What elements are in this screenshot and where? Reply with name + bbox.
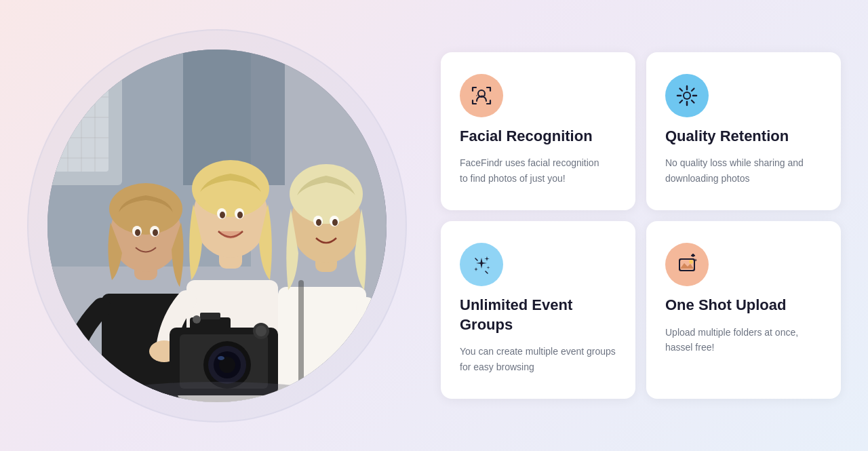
- one-shot-upload-title: One Shot Upload: [665, 296, 822, 315]
- facial-recognition-desc: FaceFindr uses facial recognitionto find…: [460, 155, 616, 186]
- svg-point-35: [290, 164, 363, 224]
- svg-point-46: [218, 356, 224, 360]
- one-shot-upload-desc: Upload multiple folders at once, hassel …: [665, 325, 822, 355]
- svg-rect-48: [200, 313, 220, 319]
- svg-point-56: [684, 93, 690, 98]
- photo-section: [27, 29, 407, 423]
- svg-line-61: [680, 88, 683, 91]
- unlimited-event-desc: You can create multiple event groups for…: [460, 344, 616, 374]
- svg-line-66: [486, 271, 488, 273]
- svg-point-52: [81, 382, 353, 402]
- svg-point-29: [237, 212, 243, 218]
- photo-illustration: [47, 50, 387, 402]
- svg-line-64: [680, 100, 683, 103]
- quality-retention-desc: No quality loss while sharing and downlo…: [665, 155, 822, 186]
- quality-retention-icon-circle: [665, 74, 709, 117]
- unlimited-event-icon-circle: [460, 243, 503, 286]
- svg-line-62: [692, 100, 694, 103]
- feature-card-one-shot-upload: One Shot Upload Upload multiple folders …: [646, 221, 841, 399]
- svg-point-20: [153, 229, 158, 236]
- one-shot-upload-icon-circle: [665, 243, 709, 286]
- quality-icon: [676, 85, 698, 106]
- svg-line-65: [475, 258, 477, 260]
- svg-point-50: [256, 326, 267, 336]
- page-container: Facial Recognition FaceFindr uses facial…: [0, 0, 868, 451]
- svg-point-19: [135, 229, 140, 236]
- svg-rect-31: [278, 287, 366, 402]
- unlimited-event-title: Unlimited Event Groups: [460, 296, 616, 334]
- svg-point-39: [332, 219, 338, 226]
- sparkle-icon: [471, 254, 492, 275]
- svg-point-28: [220, 212, 225, 218]
- features-grid: Facial Recognition FaceFindr uses facial…: [441, 52, 841, 399]
- upload-photo-icon: [676, 254, 698, 275]
- svg-line-63: [692, 88, 694, 91]
- svg-rect-32: [298, 280, 304, 402]
- photo-circle-inner: [47, 50, 387, 402]
- feature-card-quality-retention: Quality Retention No quality loss while …: [646, 52, 841, 210]
- facial-recognition-title: Facial Recognition: [460, 127, 616, 146]
- face-scan-icon: [471, 85, 492, 106]
- svg-point-38: [316, 219, 321, 226]
- photo-circle-outer: [27, 29, 407, 423]
- feature-card-unlimited-event: Unlimited Event Groups You can create mu…: [441, 221, 635, 399]
- facial-recognition-icon-circle: [460, 74, 503, 117]
- feature-card-facial-recognition: Facial Recognition FaceFindr uses facial…: [441, 52, 635, 210]
- svg-point-51: [193, 315, 201, 323]
- quality-retention-title: Quality Retention: [665, 127, 822, 146]
- svg-point-69: [689, 260, 693, 264]
